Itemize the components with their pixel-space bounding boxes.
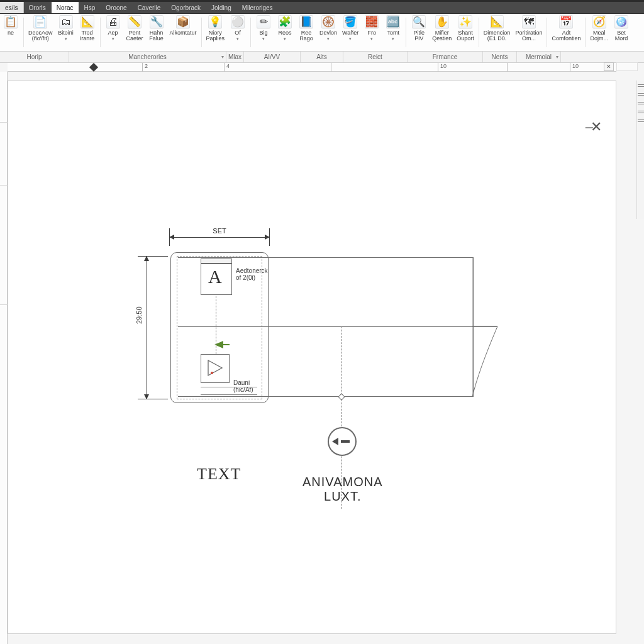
ribbon-group-2[interactable]: Mlax: [226, 52, 244, 62]
ribbon-icon: 🧩: [278, 15, 292, 29]
menu-item-1[interactable]: Norac: [52, 2, 79, 13]
ruler-vertical[interactable]: [0, 72, 8, 644]
ribbon-icon: 🧭: [592, 15, 606, 29]
ruler-tick: 10: [570, 63, 579, 72]
ribbon-btn-13[interactable]: 🛞Devlon: [317, 14, 340, 51]
ribbon-btn-19[interactable]: ✨ShantOuport: [454, 14, 477, 51]
ribbon-icon: 🔍: [412, 15, 426, 29]
ribbon-label: ne: [8, 30, 14, 36]
ribbon-btn-0[interactable]: 📋ne: [0, 14, 21, 51]
ribbon-btn-15[interactable]: 🧱Fro: [361, 14, 382, 51]
ribbon-btn-18[interactable]: ✋MifierQestien: [430, 14, 454, 51]
ribbon-btn-8[interactable]: 💡NioryPaplies: [204, 14, 228, 51]
play-icon: [206, 358, 226, 378]
ribbon-groups: HoripMancherories▾MlaxAI/VVAitsReictFrma…: [0, 52, 644, 63]
ribbon-btn-23[interactable]: 🧭MealDojm...: [587, 14, 611, 51]
green-arrow-icon: [214, 339, 230, 350]
ribbon-btn-20[interactable]: 📐Dimencion(E1 D0.: [481, 14, 513, 51]
callout-label: ANIVAMONA LUXT.: [303, 475, 383, 504]
ribbon-icon: 📦: [176, 15, 190, 29]
ribbon-label: Aep: [108, 30, 118, 42]
ribbon-label: Wañer: [342, 30, 358, 42]
ribbon-label: Reos: [279, 30, 292, 42]
ribbon-label: Tomt: [387, 30, 400, 42]
ribbon-label: Big: [260, 30, 268, 42]
ruler-options[interactable]: [616, 62, 638, 71]
dimension-left-label: 29:50: [135, 306, 143, 324]
ribbon-btn-6[interactable]: 🔧HahnFalue: [146, 14, 167, 51]
menu-item-7[interactable]: Mileroriges: [237, 2, 279, 13]
ribbon-btn-17[interactable]: 🔍PitlePiV: [408, 14, 430, 51]
ribbon-btn-12[interactable]: 📘ReeRago: [296, 14, 317, 51]
ribbon-btn-14[interactable]: 🪣Wañer: [340, 14, 361, 51]
ruler-tab-marker[interactable]: [89, 63, 98, 72]
menu-item-6[interactable]: Jolding: [206, 2, 237, 13]
ribbon-btn-10[interactable]: ✏Big: [253, 14, 274, 51]
ribbon-icon: 🪣: [343, 15, 357, 29]
ribbon-btn-7[interactable]: 📦Alkomtatur: [167, 14, 199, 51]
ribbon-label: Bitoini: [58, 30, 74, 42]
ruler-horizontal[interactable]: 2 4 10 10: [8, 63, 616, 72]
ribbon-icon: ✋: [435, 15, 449, 29]
menu-item-4[interactable]: Caverlie: [133, 2, 167, 13]
ribbon-icon: 🗺: [522, 15, 536, 29]
ribbon-label: MealDojm...: [590, 30, 608, 42]
ribbon-icon: ✨: [458, 15, 472, 29]
ribbon-group-8[interactable]: Mermoial▾: [517, 52, 561, 62]
ribbon-label: NioryPaplies: [206, 30, 225, 42]
ruler-tick: 10: [438, 63, 447, 72]
ribbon-icon: ⚪: [231, 15, 245, 29]
ribbon-btn-22[interactable]: 📅AdtComfontien: [549, 14, 583, 51]
ribbon-group-1[interactable]: Mancherories▾: [69, 52, 226, 62]
ribbon-icon: 📐: [490, 15, 504, 29]
ribbon-btn-11[interactable]: 🧩Reos: [274, 14, 296, 51]
ribbon-label: MifierQestien: [432, 30, 452, 42]
ribbon-group-3[interactable]: AI/VV: [244, 52, 301, 62]
ribbon-icon: 📅: [559, 15, 573, 29]
ribbon-label: BetMord: [615, 30, 628, 42]
ribbon-btn-2[interactable]: 🗂Bitoini: [55, 14, 77, 51]
ruler-tick: [331, 63, 333, 72]
ribbon-btn-3[interactable]: 📐TrodIranre: [77, 14, 98, 51]
ribbon-group-6[interactable]: Frmance: [408, 52, 483, 62]
menu-item-0[interactable]: Ororls: [24, 2, 52, 13]
ribbon-btn-5[interactable]: 📏PentCaeter: [124, 14, 146, 51]
ribbon-icon: 🛞: [321, 15, 335, 29]
ribbon-btn-21[interactable]: 🗺PoritirationOm...: [513, 14, 545, 51]
ribbon-group-0[interactable]: Horip: [0, 52, 69, 62]
drawing-canvas[interactable]: –✕ SET 29:50: [8, 80, 616, 634]
menu-item-2[interactable]: Hsp: [79, 2, 101, 13]
ribbon-icon: 📏: [128, 15, 142, 29]
nav-circle-button[interactable]: [328, 427, 357, 456]
ribbon-label: TrodIranre: [80, 30, 95, 42]
svg-marker-2: [208, 360, 222, 375]
ribbon-group-7[interactable]: Nents: [483, 52, 517, 62]
block-a-note: Aedtonerck of 2(0i): [236, 267, 268, 281]
ribbon-group-5[interactable]: Reict: [343, 52, 408, 62]
menu-item-5[interactable]: Ogorbrack: [166, 2, 206, 13]
menu-item-3[interactable]: Oroone: [101, 2, 132, 13]
ribbon-icon: 💡: [208, 15, 222, 29]
sub-block-note: Dauni (hic/Af): [233, 379, 253, 393]
close-overlay-icon[interactable]: –✕: [586, 119, 599, 135]
ribbon-label: ReeRago: [299, 30, 313, 42]
ribbon-icon: ✏: [257, 15, 270, 29]
ribbon-btn-24[interactable]: 🪩BetMord: [611, 14, 632, 51]
ribbon: 📋ne📄DeocAow(ño'/fit)🗂Bitoini📐TrodIranre🖨…: [0, 14, 644, 52]
ribbon-group-4[interactable]: Aits: [301, 52, 343, 62]
group-expand-icon[interactable]: ▾: [221, 54, 224, 60]
svg-point-3: [211, 372, 213, 374]
body-tail: [472, 257, 510, 398]
ribbon-btn-4[interactable]: 🖨Aep: [103, 14, 124, 51]
ribbon-btn-16[interactable]: 🔤Tomt: [382, 14, 404, 51]
ribbon-btn-9[interactable]: ⚪Of: [227, 14, 248, 51]
side-panel-collapsed[interactable]: [636, 80, 644, 219]
ruler-close-button[interactable]: ✕: [604, 62, 614, 71]
group-expand-icon[interactable]: ▾: [556, 54, 558, 60]
ribbon-icon: 📄: [33, 15, 47, 29]
ribbon-btn-1[interactable]: 📄DeocAow(ño'/fit): [26, 14, 55, 51]
ribbon-icon: 🔧: [150, 15, 164, 29]
ruler-tick: 2: [142, 63, 148, 72]
app-menu-box[interactable]: es/is: [0, 2, 24, 13]
ribbon-label: AdtComfontien: [552, 30, 580, 42]
